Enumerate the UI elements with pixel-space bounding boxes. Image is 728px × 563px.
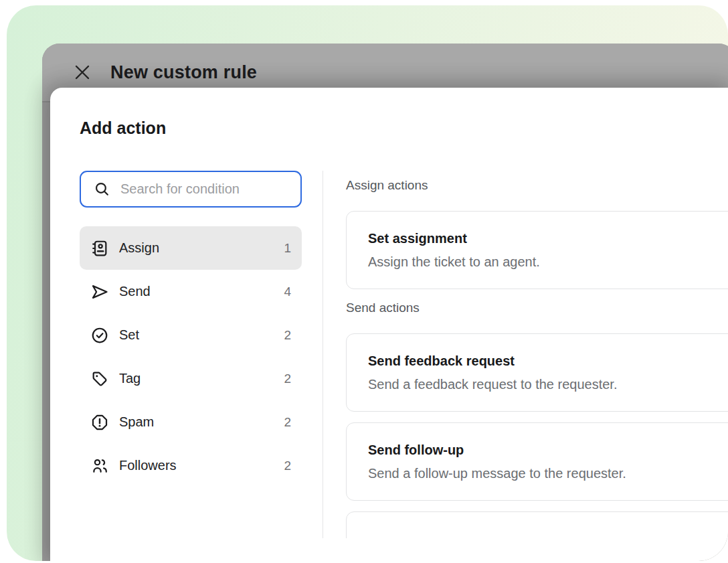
action-section: Assign actionsSet assignmentAssign the t… — [346, 177, 728, 289]
category-count: 2 — [284, 372, 291, 386]
add-action-modal: Add action Assign1Send4Set2Tag2Spam2Foll… — [50, 88, 728, 561]
search-icon — [92, 179, 112, 199]
window-title: New custom rule — [110, 62, 257, 83]
actions-panel: Assign actionsSet assignmentAssign the t… — [323, 171, 728, 538]
action-section: Send actionsSend feedback requestSend a … — [346, 300, 728, 538]
search-input[interactable] — [120, 181, 291, 197]
category-item-spam[interactable]: Spam2 — [80, 400, 302, 444]
action-description: Send a follow-up message to the requeste… — [368, 465, 714, 481]
category-label: Followers — [119, 458, 177, 473]
category-list: Assign1Send4Set2Tag2Spam2Followers2 — [80, 226, 302, 487]
action-card[interactable]: Set assignmentAssign the ticket to an ag… — [346, 211, 728, 289]
category-label: Assign — [119, 240, 159, 256]
people-icon — [90, 456, 110, 476]
category-count: 2 — [284, 459, 291, 473]
action-card[interactable]: Send feedback requestSend a feedback req… — [346, 333, 728, 412]
category-label: Send — [119, 284, 151, 299]
paper-plane-icon — [90, 282, 110, 302]
section-label: Send actions — [346, 300, 728, 316]
action-card[interactable]: Send follow-upSend a follow-up message t… — [346, 422, 728, 501]
action-title: Send follow-up — [368, 442, 714, 458]
close-icon[interactable] — [73, 63, 92, 82]
check-circle-icon — [90, 325, 110, 345]
section-label: Assign actions — [346, 177, 728, 193]
action-description: Assign the ticket to an agent. — [368, 254, 714, 270]
category-item-tag[interactable]: Tag2 — [80, 357, 302, 400]
gradient-backdrop: New custom rule Add action — [7, 5, 728, 561]
search-input-wrapper — [80, 171, 302, 208]
action-title: Set assignment — [368, 230, 714, 246]
modal-title: Add action — [80, 118, 728, 138]
category-label: Set — [119, 327, 139, 343]
action-description: Send a feedback request to the requester… — [368, 376, 714, 392]
action-title: Send feedback request — [368, 353, 714, 369]
category-label: Spam — [119, 414, 154, 430]
category-label: Tag — [119, 371, 141, 386]
category-panel: Assign1Send4Set2Tag2Spam2Followers2 — [80, 171, 302, 538]
category-item-assign[interactable]: Assign1 — [80, 226, 302, 270]
category-count: 1 — [284, 241, 291, 256]
category-count: 2 — [284, 328, 291, 343]
alert-octagon-icon — [90, 412, 110, 432]
category-count: 2 — [284, 415, 291, 430]
action-card-partial[interactable] — [346, 511, 728, 538]
tag-icon — [90, 369, 110, 389]
category-item-send[interactable]: Send4 — [80, 270, 302, 313]
category-item-followers[interactable]: Followers2 — [80, 444, 302, 487]
category-item-set[interactable]: Set2 — [80, 313, 302, 357]
address-book-icon — [90, 238, 110, 258]
category-count: 4 — [284, 285, 291, 299]
